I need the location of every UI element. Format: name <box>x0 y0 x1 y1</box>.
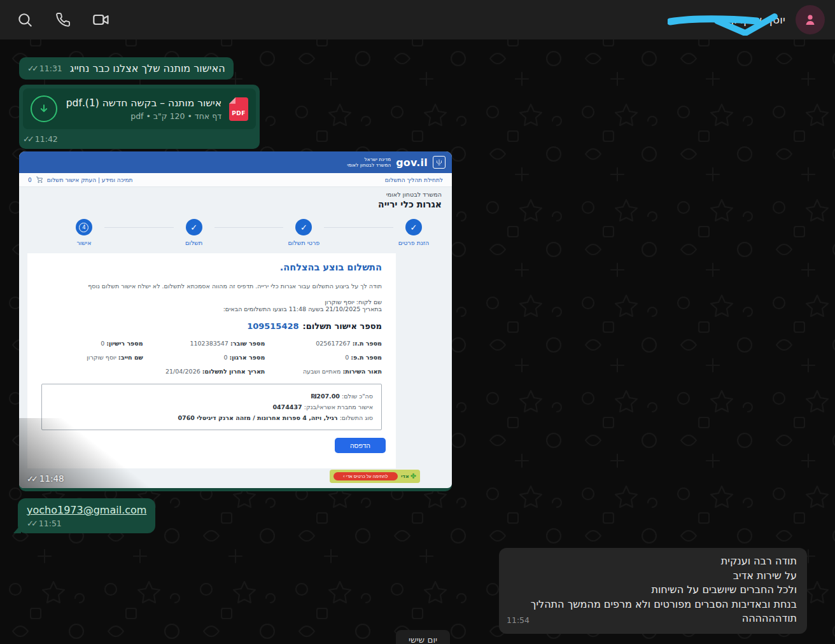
govil-page-title: אגרות כלי ירייה <box>378 199 442 209</box>
step-confirmation: 4 אישור <box>64 219 104 246</box>
field-license-number: מספר רישיון: 0 <box>41 340 143 347</box>
step-connector <box>104 227 174 228</box>
receipt-card: התשלום בוצע בהצלחה. תודה לך על ביצוע התש… <box>27 253 396 468</box>
govil-breadcrumb-bar: לתחילת תהליך התשלום 0 תמיכה ומידע | העתק… <box>19 173 452 187</box>
file-subtitle: דף אחד • 120 ק"ב • pdf <box>65 111 221 121</box>
person-icon <box>803 12 818 27</box>
govil-receipt-image: gov.il מדינת ישראל המשרד לבטחון לאומי לת… <box>19 151 452 488</box>
govil-logo: gov.il <box>396 157 428 169</box>
payment-success-title: התשלום בוצע בהצלחה. <box>41 262 382 272</box>
govil-ministry-text: מדינת ישראל המשרד לבטחון לאומי <box>347 157 391 168</box>
step-check-icon: ✓ <box>186 219 202 235</box>
adi-clover-icon: ✤ <box>410 473 416 480</box>
pdf-fold-corner <box>229 97 235 104</box>
field-id-number: מספר ת.ז: 025617267 <box>265 340 382 347</box>
message-time: 11:42 <box>35 134 58 144</box>
outgoing-message-text[interactable]: האישור מותנה שלך אצלנו כבר נחייג ✓✓11:31 <box>19 57 234 80</box>
message-meta: ✓✓11:51 <box>27 519 146 528</box>
pdf-file-icon: PDF <box>229 97 248 121</box>
pdf-file-card[interactable]: PDF אישור מותנה – בקשה חדשה (1).pdf דף א… <box>23 88 256 129</box>
search-icon[interactable] <box>15 10 34 29</box>
adi-card-banner: ✤ אדי לחתימה על כרטיס אדי › <box>330 470 420 483</box>
field-last-pay-date: תאריך אחרון לתשלום: 21/04/2026 <box>143 368 265 375</box>
pdf-badge-text: PDF <box>232 110 246 116</box>
step-connector <box>214 227 284 228</box>
payment-success-body: תודה לך על ביצוע התשלום עבור אגרות כלי י… <box>41 283 382 290</box>
email-link[interactable]: yocho1973@gmail.com <box>27 504 146 516</box>
delivered-ticks-icon: ✓✓ <box>27 519 36 528</box>
outgoing-message-image[interactable]: gov.il מדינת ישראל המשרד לבטחון לאומי לת… <box>19 151 452 491</box>
contact-name: יוסף שוקרון <box>731 13 785 26</box>
step-connector <box>324 227 393 228</box>
field-org-number: מספר ארגון: 0 <box>143 354 265 361</box>
step-check-icon: ✓ <box>405 219 422 235</box>
total-paid-line: סה"כ שולם: ₪207.00 <box>50 391 373 402</box>
field-tp-number: מספר ת.פ: 0 <box>265 354 382 361</box>
step-enter-details: ✓ הזנת פרטים <box>393 219 434 246</box>
file-texts: אישור מותנה – בקשה חדשה (1).pdf דף אחד •… <box>65 97 221 121</box>
message-line: בנחת ובאדיבות הסברים מפורטים ולא מרפים מ… <box>509 598 797 612</box>
field-voucher-number: מספר שובר: 1102383547 <box>143 340 265 347</box>
message-meta: ✓✓11:48 <box>27 473 64 484</box>
outgoing-message-email[interactable]: yocho1973@gmail.com ✓✓11:51 <box>18 498 155 533</box>
govil-header-bar: gov.il מדינת ישראל המשרד לבטחון לאומי <box>19 151 452 173</box>
payment-type-line: סוג התשלום: רגיל, ויזה, 4 ספרות אחרונות … <box>50 412 373 423</box>
message-time: 11:48 <box>39 473 64 484</box>
message-line: תודהההההה <box>509 612 797 626</box>
video-call-icon[interactable] <box>92 10 111 29</box>
avatar[interactable] <box>796 5 825 34</box>
field-debtor-name: שם חייב: יוסף שוקרון <box>41 354 143 361</box>
message-line: ולכל החברים שיושבים על השיחות <box>509 583 797 598</box>
adi-logo: ✤ אדי <box>401 473 416 480</box>
message-text: האישור מותנה שלך אצלנו כבר נחייג <box>70 62 225 74</box>
message-meta: ✓✓11:42 <box>23 134 253 144</box>
print-button: הדפסה <box>335 438 386 453</box>
payment-summary-box: סה"כ שולם: ₪207.00 אישור מחברת אשראי/בנק… <box>41 384 382 430</box>
breadcrumb-links-support: תמיכה ומידע | העתק אישור תשלום <box>47 177 133 183</box>
chat-header: יוסף שוקרון <box>0 0 835 39</box>
message-time: 11:51 <box>39 519 62 528</box>
adi-sign-button: לחתימה על כרטיס אדי › <box>333 472 398 480</box>
israel-emblem-icon <box>433 156 446 169</box>
field-empty <box>41 368 143 375</box>
payment-date-line: בתאריך 21/10/2025 בשעה 11:48 בוצעו התשלו… <box>41 305 382 312</box>
message-line: על שירות אדיב <box>509 569 797 584</box>
progress-stepper: ✓ הזנת פרטים ✓ פרטי תשלום ✓ תשלום 4 אישו… <box>64 219 434 246</box>
date-separator: יום שישי <box>396 630 450 644</box>
bank-approval-line: אישור מחברת אשראי/בנק: 0474437 <box>50 402 373 412</box>
step-payment: ✓ תשלום <box>174 219 214 246</box>
cart-icon <box>36 176 43 185</box>
file-title: אישור מותנה – בקשה חדשה (1).pdf <box>65 97 221 109</box>
message-line: תודה רבה וענקית <box>509 554 797 569</box>
download-icon[interactable] <box>31 95 57 122</box>
govil-department: המשרד לבטחון לאומי <box>386 191 442 198</box>
delivered-ticks-icon: ✓✓ <box>27 474 36 484</box>
incoming-message-text[interactable]: תודה רבה וענקית על שירות אדיב ולכל החברי… <box>499 548 807 634</box>
field-service-desc: תאור השירות: מאתיים ושבעה <box>265 368 382 375</box>
voice-call-icon[interactable] <box>53 10 73 29</box>
payment-confirmation-number: מספר אישור תשלום:109515428 <box>41 321 382 331</box>
outgoing-message-document: PDF אישור מותנה – בקשה חדשה (1).pdf דף א… <box>19 85 260 149</box>
message-time: 11:54 <box>507 613 530 628</box>
message-time: 11:31 <box>39 64 62 73</box>
delivered-ticks-icon: ✓✓ <box>27 64 36 73</box>
message-meta: ✓✓11:31 <box>27 64 62 73</box>
step-number-icon: 4 <box>76 219 92 235</box>
whatsapp-dark-chat: יוסף שוקרון האישור מותנה שלך אצלנו כבר נ… <box>0 0 835 644</box>
step-check-icon: ✓ <box>295 219 312 235</box>
receipt-fields-grid: מספר ת.ז: 025617267 מספר שובר: 110238354… <box>41 340 382 375</box>
delivered-ticks-icon: ✓✓ <box>23 134 32 144</box>
contact-info[interactable]: יוסף שוקרון <box>731 0 825 39</box>
customer-name-line: שם לקוח: יוסף שוקרון <box>41 298 382 305</box>
breadcrumb-link-start: לתחילת תהליך התשלום <box>385 177 443 183</box>
cart-count: 0 <box>28 177 32 183</box>
step-payment-details: ✓ פרטי תשלום <box>283 219 324 246</box>
